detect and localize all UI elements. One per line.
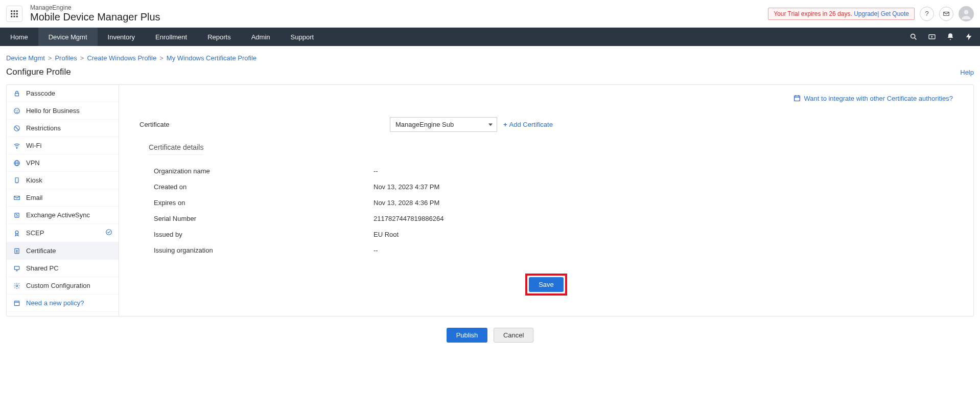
sidebar-item-label: Custom Configuration [26, 282, 90, 289]
svg-point-11 [911, 34, 915, 38]
detail-value: 2117827447819886264 [374, 215, 444, 222]
cancel-button[interactable]: Cancel [494, 328, 533, 343]
breadcrumb-sep: > [159, 54, 164, 62]
user-icon [960, 7, 973, 20]
topbar-left: ManageEngine Mobile Device Manager Plus [6, 5, 160, 22]
envelope-icon [943, 10, 950, 17]
sync-icon [13, 212, 21, 219]
svg-rect-27 [15, 177, 18, 182]
shared-icon [13, 265, 21, 272]
svg-point-10 [964, 10, 969, 14]
bolt-icon[interactable] [965, 33, 973, 41]
nav-item-support[interactable]: Support [281, 28, 324, 46]
nav-item-enrollment[interactable]: Enrollment [145, 28, 197, 46]
help-link[interactable]: Help [960, 69, 974, 76]
integrate-link[interactable]: Want to integrate with other Certificate… [793, 94, 953, 102]
detail-label: Serial Number [154, 215, 374, 222]
lock-icon [13, 90, 21, 97]
sidebar-item-label: Shared PC [26, 264, 59, 272]
detail-row: Issuing organization-- [139, 242, 953, 258]
calendar-icon [13, 300, 21, 307]
sidebar-item-wi-fi[interactable]: Wi-Fi [7, 137, 119, 154]
globe-icon [13, 160, 21, 167]
sidebar-item-label: Email [26, 194, 43, 201]
breadcrumb: Device Mgmt>Profiles>Create Windows Prof… [0, 46, 980, 67]
breadcrumb-item[interactable]: Create Windows Profile [87, 54, 156, 62]
brand: ManageEngine Mobile Device Manager Plus [30, 5, 160, 22]
publish-button[interactable]: Publish [447, 328, 488, 343]
nav-item-reports[interactable]: Reports [197, 28, 241, 46]
detail-value: EU Root [374, 231, 399, 238]
search-icon[interactable] [909, 33, 918, 41]
sidebar-item-label: Wi-Fi [26, 142, 41, 149]
nav-item-admin[interactable]: Admin [241, 28, 281, 46]
save-button[interactable]: Save [529, 277, 564, 292]
breadcrumb-item[interactable]: Device Mgmt [6, 54, 45, 62]
sidebar-item-restrictions[interactable]: Restrictions [7, 120, 119, 137]
sidebar-item-custom-configuration[interactable]: Custom Configuration [7, 277, 119, 295]
svg-rect-36 [14, 266, 19, 269]
svg-point-31 [15, 231, 18, 234]
certificate-select[interactable]: ManageEngine Sub [390, 117, 497, 132]
detail-label: Created on [154, 183, 374, 191]
page-header: Configure Profile Help [0, 67, 980, 84]
detail-value: Nov 13, 2023 4:37 PM [374, 183, 439, 191]
integrate-text: Want to integrate with other Certificate… [804, 95, 953, 102]
grid-icon [10, 9, 19, 18]
sidebar-item-shared-pc[interactable]: Shared PC [7, 260, 119, 277]
detail-value: -- [374, 167, 378, 175]
avatar[interactable] [959, 6, 974, 21]
detail-row: Serial Number2117827447819886264 [139, 211, 953, 227]
breadcrumb-item[interactable]: Profiles [55, 54, 77, 62]
sidebar-item-passcode[interactable]: Passcode [7, 85, 119, 102]
topbar-right: Your Trial expires in 26 days. Upgrade| … [768, 6, 974, 21]
sidebar-item-scep[interactable]: SCEP [7, 224, 119, 242]
nav-item-inventory[interactable]: Inventory [98, 28, 145, 46]
cert-icon [13, 247, 21, 255]
sidebar-item-label: Passcode [26, 89, 55, 97]
certificate-label: Certificate [139, 121, 390, 128]
notifications-icon[interactable] [946, 33, 954, 41]
sidebar: PasscodeHello for BusinessRestrictionsWi… [7, 85, 119, 316]
help-button[interactable]: ? [920, 7, 934, 21]
sidebar-item-label: Exchange ActiveSync [26, 211, 90, 219]
add-certificate-link[interactable]: + Add Certificate [503, 121, 553, 128]
svg-rect-42 [794, 96, 800, 101]
sidebar-item-label: Restrictions [26, 124, 61, 132]
sidebar-item-email[interactable]: Email [7, 189, 119, 207]
breadcrumb-item[interactable]: My Windows Certificate Profile [167, 54, 256, 62]
app-launcher-icon[interactable] [6, 6, 22, 22]
topbar: ManageEngine Mobile Device Manager Plus … [0, 0, 980, 28]
kiosk-icon [13, 177, 21, 184]
mail-button[interactable] [939, 7, 953, 21]
svg-rect-4 [14, 13, 15, 14]
sidebar-item-kiosk[interactable]: Kiosk [7, 172, 119, 189]
need-policy-link[interactable]: Need a new policy? [7, 295, 119, 312]
svg-line-22 [15, 126, 19, 130]
svg-rect-2 [16, 10, 18, 12]
svg-point-32 [106, 230, 112, 235]
nav-item-home[interactable]: Home [0, 28, 38, 46]
svg-point-19 [16, 110, 16, 110]
svg-rect-8 [16, 15, 18, 17]
detail-row: Expires onNov 13, 2028 4:36 PM [139, 195, 953, 211]
brand-bottom: Mobile Device Manager Plus [30, 11, 160, 22]
trial-text: Your Trial expires in 26 days. [774, 10, 852, 17]
sidebar-item-vpn[interactable]: VPN [7, 154, 119, 172]
get-quote-link[interactable]: Get Quote [881, 10, 909, 17]
detail-row: Issued byEU Root [139, 227, 953, 242]
sidebar-item-exchange-activesync[interactable]: Exchange ActiveSync [7, 207, 119, 224]
video-icon[interactable] [928, 33, 936, 41]
detail-row: Organization name-- [139, 163, 953, 179]
integrate-row: Want to integrate with other Certificate… [139, 85, 953, 117]
sidebar-item-hello-for-business[interactable]: Hello for Business [7, 102, 119, 120]
check-icon [105, 229, 112, 237]
svg-rect-1 [14, 10, 15, 12]
sidebar-item-certificate[interactable]: Certificate [7, 242, 119, 260]
svg-rect-30 [15, 213, 19, 217]
upgrade-link[interactable]: Upgrade [854, 10, 877, 17]
nav-item-device-mgmt[interactable]: Device Mgmt [38, 28, 98, 46]
breadcrumb-sep: > [80, 54, 84, 62]
detail-label: Issuing organization [154, 246, 374, 254]
gear-icon [13, 282, 21, 289]
